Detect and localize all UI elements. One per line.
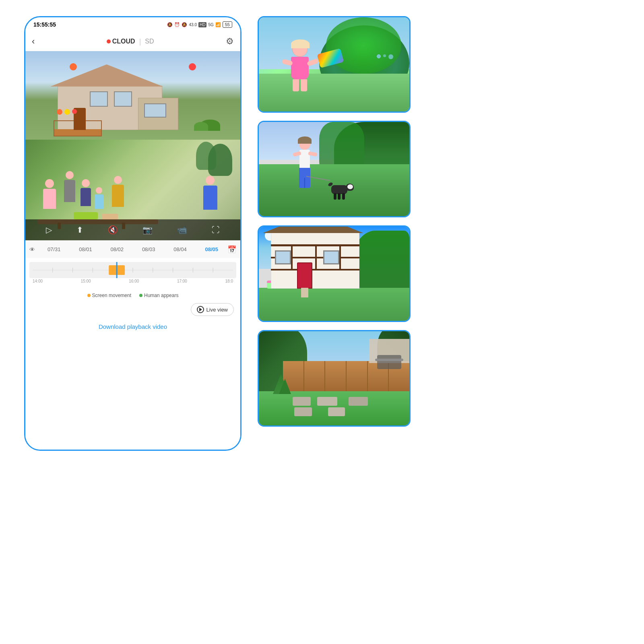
human-appears-dot	[139, 294, 142, 297]
nav-bar: ‹ CLOUD | SD ⚙	[25, 32, 240, 51]
video-bottom: ▷ ⬆ 🔇 📷 📹 ⛶	[25, 140, 240, 240]
timeline-bar[interactable]	[29, 262, 236, 278]
time-label-17: 17:00	[177, 279, 187, 283]
alarm-icon: ⏰	[174, 22, 180, 27]
live-view-label: Live view	[206, 307, 228, 313]
thumbnail-2[interactable]	[258, 121, 411, 217]
thumbnails-panel	[258, 16, 411, 427]
thumbnail-3[interactable]	[258, 225, 411, 322]
sd-tab[interactable]: SD	[145, 38, 154, 45]
screen-movement-dot	[87, 294, 91, 297]
legend-human-appears: Human appears	[139, 293, 178, 298]
nav-tabs: CLOUD | SD	[107, 37, 154, 46]
playback-controls: ▷ ⬆ 🔇 📷 📹 ⛶	[25, 219, 240, 240]
timeline-labels: 14:00 15:00 16:00 17:00 18:0	[29, 278, 236, 283]
status-bar: 15:55:55 🔕 ⏰ 🔕 43.0 HD 5G 📶 55	[25, 17, 240, 32]
signal-icon: 📶	[215, 22, 221, 27]
phone-bottom: 👁 07/31 08/01 08/02 08/03 08/04 08/05 📅	[25, 240, 240, 450]
record-button[interactable]: 📹	[177, 225, 187, 235]
screenshot-button[interactable]: 📷	[142, 225, 153, 235]
date-item-5[interactable]: 08/05	[196, 246, 227, 252]
play-button[interactable]: ▷	[46, 225, 52, 235]
live-view-button[interactable]: Live view	[191, 303, 234, 316]
date-item-3[interactable]: 08/03	[133, 246, 164, 252]
thumbnail-1[interactable]	[258, 16, 411, 113]
calendar-icon[interactable]: 📅	[227, 245, 236, 254]
network-icon: 5G	[208, 23, 213, 27]
mute-button[interactable]: 🔇	[108, 225, 118, 235]
date-item-2[interactable]: 08/02	[101, 246, 133, 252]
time-label-16: 16:00	[129, 279, 139, 283]
tab-divider: |	[139, 37, 141, 46]
battery-indicator: 55	[223, 21, 232, 28]
video-top	[25, 51, 240, 140]
timeline[interactable]: 14:00 15:00 16:00 17:00 18:0	[25, 258, 240, 290]
settings-icon[interactable]: ⚙	[226, 36, 234, 47]
back-button[interactable]: ‹	[32, 36, 35, 47]
cloud-notification-dot	[107, 39, 111, 43]
status-icons: 🔕 ⏰ 🔕 43.0 HD 5G 📶 55	[167, 21, 232, 28]
live-view-container: Live view	[25, 301, 240, 318]
live-play-icon	[197, 306, 204, 313]
screen-movement-label: Screen movement	[92, 293, 131, 298]
time-label-18: 18:0	[225, 279, 233, 283]
time-label-14: 14:00	[33, 279, 43, 283]
date-item-0[interactable]: 07/31	[38, 246, 70, 252]
status-time: 15:55:55	[33, 21, 56, 28]
legend-screen-movement: Screen movement	[87, 293, 131, 298]
human-appears-label: Human appears	[144, 293, 178, 298]
cloud-label: CLOUD	[112, 38, 135, 45]
date-selector[interactable]: 👁 07/31 08/01 08/02 08/03 08/04 08/05 📅	[25, 240, 240, 258]
phone-mockup: 15:55:55 🔕 ⏰ 🔕 43.0 HD 5G 📶 55 ‹ CLOUD |	[24, 16, 242, 451]
time-label-15: 15:00	[81, 279, 91, 283]
eye-icon: 👁	[29, 246, 35, 253]
speed-indicator: 43.0	[189, 23, 196, 27]
legend: Screen movement Human appears	[25, 290, 240, 301]
date-item-4[interactable]: 08/04	[164, 246, 196, 252]
download-link[interactable]: Download playback video	[25, 318, 240, 335]
cloud-tab[interactable]: CLOUD	[107, 38, 135, 45]
date-item-1[interactable]: 08/01	[70, 246, 101, 252]
thumbnail-4[interactable]	[258, 330, 411, 427]
sound-icon: 🔕	[182, 22, 187, 27]
hd-badge: HD	[198, 22, 206, 27]
notification-icon: 🔕	[167, 22, 173, 27]
fullscreen-button[interactable]: ⛶	[212, 225, 220, 235]
export-button[interactable]: ⬆	[76, 225, 83, 235]
